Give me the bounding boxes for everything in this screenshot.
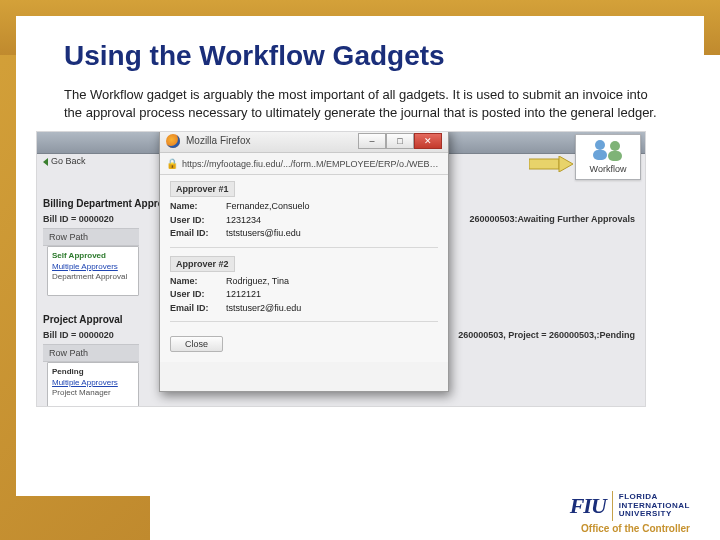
approver-1-name-label: Name: <box>170 200 226 214</box>
status-subtext-1: Department Approval <box>52 272 134 282</box>
svg-marker-5 <box>559 156 573 172</box>
svg-rect-3 <box>608 151 622 161</box>
fiu-mark: FIU <box>570 493 606 519</box>
svg-rect-1 <box>593 150 607 160</box>
approver-block-2: Approver #2 Name:Rodriguez, Tina User ID… <box>170 256 438 323</box>
svg-point-2 <box>610 141 620 151</box>
maximize-button[interactable]: □ <box>386 133 414 149</box>
popup-window-title: Mozilla Firefox <box>186 135 352 146</box>
multiple-approvers-link-2[interactable]: Multiple Approvers <box>52 378 134 388</box>
lock-icon: 🔒 <box>166 158 178 169</box>
svg-point-0 <box>595 140 605 150</box>
row-path-label-2: Row Path <box>43 344 139 362</box>
approver-1-email-label: Email ID: <box>170 227 226 241</box>
popup-titlebar: Mozilla Firefox – □ ✕ <box>160 131 448 153</box>
multiple-approvers-link-1[interactable]: Multiple Approvers <box>52 262 134 272</box>
approver-1-email-value: tststusers@fiu.edu <box>226 227 438 241</box>
popup-close-button[interactable]: Close <box>170 336 223 352</box>
row-path-label-1: Row Path <box>43 228 139 246</box>
firefox-icon <box>166 134 180 148</box>
approval-status-box-2: Pending Multiple Approvers Project Manag… <box>47 362 139 407</box>
status-title-approved: Self Approved <box>52 251 134 260</box>
approver-2-userid-value: 1212121 <box>226 288 438 302</box>
fiu-logo-divider <box>612 491 613 521</box>
callout-arrow-icon <box>529 156 573 172</box>
bill-id-row-1-right: 260000503:Awaiting Further Approvals <box>469 214 635 224</box>
section-heading-billing: Billing Department Approval <box>43 198 178 209</box>
approver-1-heading: Approver #1 <box>170 181 235 197</box>
slide-footer: FIU FLORIDA INTERNATIONAL UNIVERSITY Off… <box>570 491 690 534</box>
status-subtext-2: Project Manager <box>52 388 134 398</box>
approval-status-box-1: Self Approved Multiple Approvers Departm… <box>47 246 139 296</box>
office-of-controller-text: Office of the Controller <box>581 523 690 534</box>
approver-2-email-value: tststuser2@fiu.edu <box>226 302 438 316</box>
fiu-line-3: UNIVERSITY <box>619 509 672 518</box>
approver-2-name-label: Name: <box>170 275 226 289</box>
workflow-tile-label: Workflow <box>590 164 627 174</box>
approver-2-email-label: Email ID: <box>170 302 226 316</box>
fiu-logo: FIU FLORIDA INTERNATIONAL UNIVERSITY <box>570 491 690 521</box>
fiu-logo-text: FLORIDA INTERNATIONAL UNIVERSITY <box>619 493 690 518</box>
firefox-popup-window: Mozilla Firefox – □ ✕ 🔒 https://myfootag… <box>159 131 449 392</box>
people-icon <box>588 137 628 163</box>
approver-2-heading: Approver #2 <box>170 256 235 272</box>
slide-paragraph: The Workflow gadget is arguably the most… <box>64 86 664 121</box>
go-back-link[interactable]: Go Back <box>43 156 86 166</box>
window-close-button[interactable]: ✕ <box>414 133 442 149</box>
slide-content: Using the Workflow Gadgets The Workflow … <box>16 16 704 496</box>
bill-id-row-2-left: Bill ID = 0000020 <box>43 330 114 340</box>
popup-url-text: https://myfootage.fiu.edu/.../form..M/EM… <box>182 159 442 169</box>
popup-url-bar[interactable]: 🔒 https://myfootage.fiu.edu/.../form..M/… <box>160 153 448 175</box>
approver-1-name-value: Fernandez,Consuelo <box>226 200 438 214</box>
workflow-gadget-tile[interactable]: Workflow <box>575 134 641 180</box>
approver-block-1: Approver #1 Name:Fernandez,Consuelo User… <box>170 181 438 248</box>
approver-1-userid-label: User ID: <box>170 214 226 228</box>
svg-rect-4 <box>529 159 559 169</box>
slide-title: Using the Workflow Gadgets <box>64 40 664 72</box>
approver-2-userid-label: User ID: <box>170 288 226 302</box>
embedded-screenshot: Go Back Workflow Billing Department Appr… <box>36 131 646 407</box>
minimize-button[interactable]: – <box>358 133 386 149</box>
bill-id-row-1-left: Bill ID = 0000020 <box>43 214 114 224</box>
popup-content: Approver #1 Name:Fernandez,Consuelo User… <box>160 175 448 362</box>
approver-1-userid-value: 1231234 <box>226 214 438 228</box>
approver-2-name-value: Rodriguez, Tina <box>226 275 438 289</box>
status-title-pending: Pending <box>52 367 134 376</box>
bill-id-row-2-right: 260000503, Project = 260000503,:Pending <box>458 330 635 340</box>
section-heading-project: Project Approval <box>43 314 123 325</box>
